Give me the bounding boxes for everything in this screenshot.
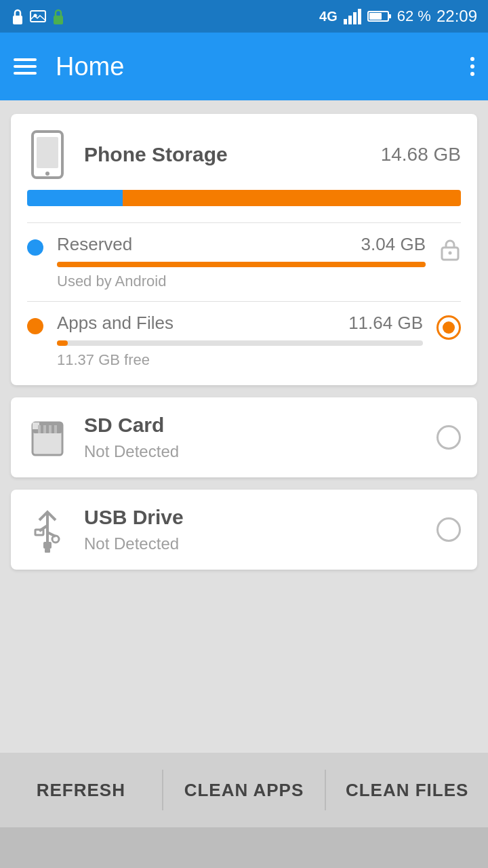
apps-bar-fill bbox=[57, 340, 68, 346]
sd-card-radio[interactable] bbox=[436, 425, 461, 450]
status-bar: 4G 62 % 22:09 bbox=[0, 0, 488, 33]
svg-rect-9 bbox=[369, 13, 382, 20]
storage-bar-blue bbox=[27, 190, 123, 206]
status-left-icons bbox=[11, 8, 65, 24]
usb-drive-content: USB Drive Not Detected bbox=[27, 506, 461, 553]
green-status-icon bbox=[52, 8, 65, 24]
reserved-value: 3.04 GB bbox=[361, 234, 426, 255]
svg-point-15 bbox=[449, 252, 452, 255]
svg-rect-6 bbox=[353, 12, 357, 24]
clean-files-button[interactable]: CLEAN FILES bbox=[326, 753, 488, 827]
signal-icon bbox=[343, 8, 362, 24]
apps-bar-container bbox=[57, 340, 423, 346]
svg-rect-28 bbox=[43, 542, 52, 549]
hamburger-button[interactable] bbox=[14, 58, 37, 75]
apps-radio-inner bbox=[443, 321, 455, 334]
svg-rect-5 bbox=[348, 16, 352, 24]
usb-drive-radio[interactable] bbox=[436, 517, 461, 542]
apps-files-row: Apps and Files 11.64 GB 11.37 GB free bbox=[27, 313, 461, 369]
storage-header: Phone Storage 14.68 GB bbox=[27, 130, 461, 179]
hamburger-line-2 bbox=[14, 65, 37, 68]
bottom-strip bbox=[0, 827, 488, 868]
status-right-icons: 4G 62 % 22:09 bbox=[319, 7, 477, 26]
page-title: Home bbox=[56, 52, 470, 81]
storage-main-bar bbox=[27, 190, 461, 206]
svg-rect-19 bbox=[38, 425, 41, 433]
svg-rect-1 bbox=[30, 11, 45, 22]
sd-card-card: SD Card Not Detected bbox=[11, 397, 477, 477]
apps-content: Apps and Files 11.64 GB 11.37 GB free bbox=[57, 313, 423, 369]
sd-card-icon bbox=[30, 417, 65, 458]
reserved-label: Reserved bbox=[57, 234, 132, 255]
network-type: 4G bbox=[319, 9, 338, 24]
sd-card-info: SD Card Not Detected bbox=[84, 414, 420, 461]
main-content: Phone Storage 14.68 GB Reserved 3.04 GB … bbox=[0, 100, 488, 753]
svg-rect-4 bbox=[344, 19, 347, 24]
svg-rect-22 bbox=[54, 425, 57, 433]
reserved-sublabel: Used by Android bbox=[57, 273, 166, 290]
lock-icon bbox=[439, 237, 461, 261]
svg-rect-10 bbox=[388, 14, 391, 18]
clean-apps-button[interactable]: CLEAN APPS bbox=[163, 753, 325, 827]
svg-point-27 bbox=[52, 536, 59, 542]
sd-card-status: Not Detected bbox=[84, 442, 420, 461]
refresh-button[interactable]: REFRESH bbox=[0, 753, 162, 827]
svg-rect-29 bbox=[45, 549, 50, 553]
svg-point-13 bbox=[45, 172, 49, 176]
svg-rect-20 bbox=[43, 425, 46, 433]
usb-drive-title: USB Drive bbox=[84, 506, 420, 529]
sd-card-title: SD Card bbox=[84, 414, 420, 437]
usb-drive-status: Not Detected bbox=[84, 534, 420, 553]
bottom-bar: REFRESH CLEAN APPS CLEAN FILES bbox=[0, 753, 488, 827]
hamburger-line-1 bbox=[14, 58, 37, 61]
sd-card-radio-wrap[interactable] bbox=[436, 425, 461, 450]
svg-rect-3 bbox=[54, 16, 63, 24]
reserved-indicator bbox=[27, 239, 43, 256]
reserved-bar-fill bbox=[57, 262, 426, 267]
lock-status-icon bbox=[11, 8, 24, 24]
usb-drive-icon-wrap bbox=[27, 507, 68, 553]
phone-storage-card: Phone Storage 14.68 GB Reserved 3.04 GB … bbox=[11, 114, 477, 385]
reserved-row: Reserved 3.04 GB Used by Android bbox=[27, 234, 461, 290]
apps-radio[interactable] bbox=[436, 315, 461, 340]
usb-drive-icon bbox=[30, 507, 65, 553]
storage-title: Phone Storage bbox=[84, 143, 381, 166]
time-text: 22:09 bbox=[436, 7, 477, 26]
sd-card-content: SD Card Not Detected bbox=[27, 414, 461, 461]
apps-label: Apps and Files bbox=[57, 313, 174, 334]
reserved-content: Reserved 3.04 GB Used by Android bbox=[57, 234, 426, 290]
reserved-bar-container bbox=[57, 262, 426, 267]
photo-status-icon bbox=[30, 9, 46, 23]
apps-indicator bbox=[27, 318, 43, 334]
divider-1 bbox=[27, 222, 461, 223]
svg-rect-25 bbox=[35, 530, 43, 535]
apps-value: 11.64 GB bbox=[348, 313, 423, 334]
usb-drive-radio-wrap[interactable] bbox=[436, 517, 461, 542]
battery-icon bbox=[367, 9, 392, 23]
apps-header: Apps and Files 11.64 GB bbox=[57, 313, 423, 334]
phone-storage-icon bbox=[27, 130, 68, 179]
battery-text: 62 % bbox=[397, 7, 431, 25]
more-options-button[interactable] bbox=[470, 57, 474, 76]
apps-radio-wrap[interactable] bbox=[436, 315, 461, 340]
usb-drive-info: USB Drive Not Detected bbox=[84, 506, 420, 553]
sd-card-icon-wrap bbox=[27, 417, 68, 458]
divider-2 bbox=[27, 301, 461, 302]
reserved-header: Reserved 3.04 GB bbox=[57, 234, 426, 255]
app-bar: Home bbox=[0, 33, 488, 100]
svg-rect-0 bbox=[13, 16, 22, 24]
lock-icon-wrap bbox=[439, 237, 461, 264]
storage-total-size: 14.68 GB bbox=[381, 144, 461, 165]
storage-bar-orange bbox=[123, 190, 461, 206]
svg-rect-21 bbox=[49, 425, 52, 433]
svg-rect-12 bbox=[37, 137, 58, 168]
apps-sublabel: 11.37 GB free bbox=[57, 351, 150, 368]
usb-drive-card: USB Drive Not Detected bbox=[11, 490, 477, 570]
hamburger-line-3 bbox=[14, 72, 37, 75]
svg-rect-7 bbox=[358, 9, 361, 24]
